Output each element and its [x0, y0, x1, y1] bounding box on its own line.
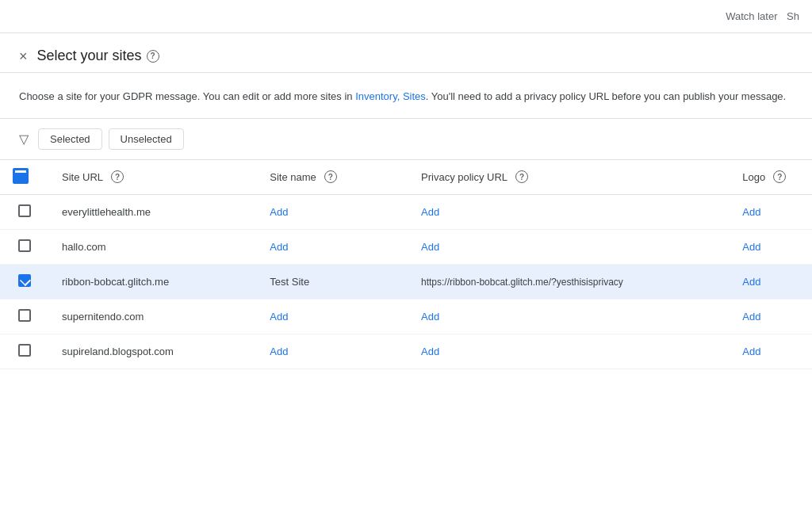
privacy-url-cell: Add: [408, 334, 730, 369]
site-name-cell: Test Site: [257, 264, 408, 299]
site-url-cell: hallo.com: [49, 229, 257, 264]
table-header-row: Site URL ? Site name ? Privacy policy UR…: [0, 160, 812, 195]
description-text-part2: . You'll need to add a privacy policy UR…: [426, 90, 786, 102]
site-url-cell: ribbon-bobcat.glitch.me: [49, 264, 257, 299]
logo-cell: Add: [730, 229, 812, 264]
table-row: everylittlehealth.meAddAddAdd: [0, 194, 812, 229]
sh-label: Sh: [787, 10, 799, 22]
site-url-cell: everylittlehealth.me: [49, 194, 257, 229]
site-name-help-icon[interactable]: ?: [324, 170, 337, 183]
filter-icon: ▽: [19, 132, 29, 147]
site-name-cell: Add: [257, 194, 408, 229]
checkbox-cell: [0, 334, 49, 369]
site-url-cell: supireland.blogspot.com: [49, 334, 257, 369]
title-help-icon[interactable]: ?: [147, 50, 159, 63]
modal-container: × Select your sites ? Choose a site for …: [0, 33, 812, 527]
logo-add-link[interactable]: Add: [742, 206, 760, 218]
privacy-url-cell: https://ribbon-bobcat.glitch.me/?yesthis…: [408, 264, 730, 299]
site-name-add-link[interactable]: Add: [270, 241, 288, 253]
header-checkbox-cell: [0, 160, 49, 195]
selected-filter-button[interactable]: Selected: [38, 128, 102, 150]
inventory-sites-link[interactable]: Inventory, Sites: [355, 90, 426, 102]
site-name-header: Site name ?: [257, 160, 408, 195]
site-name-cell: Add: [257, 229, 408, 264]
row-checkbox[interactable]: [18, 239, 31, 252]
checkbox-cell: [0, 229, 49, 264]
table-body: everylittlehealth.meAddAddAddhallo.comAd…: [0, 194, 812, 369]
table-row: supireland.blogspot.comAddAddAdd: [0, 334, 812, 369]
description-text-part1: Choose a site for your GDPR message. You…: [19, 90, 355, 102]
logo-header: Logo ?: [730, 160, 812, 195]
logo-cell: Add: [730, 299, 812, 334]
privacy-url-add-link[interactable]: Add: [421, 346, 439, 357]
modal-header: × Select your sites ?: [0, 33, 812, 73]
row-checkbox[interactable]: [18, 204, 31, 217]
site-name-add-link[interactable]: Add: [270, 346, 288, 357]
table-row: hallo.comAddAddAdd: [0, 229, 812, 264]
privacy-url-add-link[interactable]: Add: [421, 241, 439, 253]
close-button[interactable]: ×: [19, 49, 28, 63]
logo-add-link[interactable]: Add: [742, 276, 760, 288]
logo-cell: Add: [730, 264, 812, 299]
site-name-cell: Add: [257, 299, 408, 334]
filter-row: ▽ Selected Unselected: [0, 119, 812, 160]
privacy-url-help-icon[interactable]: ?: [515, 170, 528, 183]
logo-add-link[interactable]: Add: [742, 241, 760, 253]
checkbox-cell: [0, 299, 49, 334]
logo-add-link[interactable]: Add: [742, 311, 760, 323]
row-checkbox[interactable]: [18, 274, 31, 287]
logo-cell: Add: [730, 334, 812, 369]
site-url-cell: supernitendo.com: [49, 299, 257, 334]
select-all-checkbox[interactable]: [13, 168, 29, 184]
site-name-add-link[interactable]: Add: [270, 311, 288, 323]
logo-add-link[interactable]: Add: [742, 346, 760, 357]
row-checkbox[interactable]: [18, 309, 31, 322]
logo-help-icon[interactable]: ?: [773, 170, 786, 183]
privacy-url-header: Privacy policy URL ?: [408, 160, 730, 195]
logo-cell: Add: [730, 194, 812, 229]
site-url-header: Site URL ?: [49, 160, 257, 195]
watch-later-link[interactable]: Watch later: [726, 10, 777, 22]
checkbox-cell: [0, 194, 49, 229]
separator: [780, 10, 783, 22]
top-bar: Watch later Sh: [0, 0, 812, 33]
row-checkbox[interactable]: [18, 344, 31, 357]
checkbox-cell: [0, 264, 49, 299]
top-bar-links: Watch later Sh: [726, 10, 799, 22]
site-name-cell: Add: [257, 334, 408, 369]
modal-title: Select your sites: [37, 48, 142, 64]
site-url-help-icon[interactable]: ?: [111, 170, 124, 183]
modal-description: Choose a site for your GDPR message. You…: [0, 73, 812, 119]
sites-table: Site URL ? Site name ? Privacy policy UR…: [0, 160, 812, 369]
privacy-url-add-link[interactable]: Add: [421, 311, 439, 323]
privacy-url-cell: Add: [408, 194, 730, 229]
privacy-url-cell: Add: [408, 229, 730, 264]
table-row: ribbon-bobcat.glitch.meTest Sitehttps://…: [0, 264, 812, 299]
table-row: supernitendo.comAddAddAdd: [0, 299, 812, 334]
unselected-filter-button[interactable]: Unselected: [109, 128, 184, 150]
site-name-add-link[interactable]: Add: [270, 206, 288, 218]
privacy-url-cell: Add: [408, 299, 730, 334]
privacy-url-value: https://ribbon-bobcat.glitch.me/?yesthis…: [421, 277, 623, 288]
privacy-url-add-link[interactable]: Add: [421, 206, 439, 218]
